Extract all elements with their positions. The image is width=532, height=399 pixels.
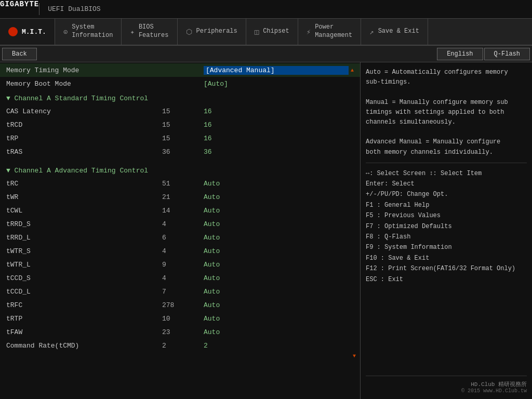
setting-twtr-l[interactable]: tWTR_L 9 Auto (0, 258, 360, 271)
footer-sub: © 2015 www.HD.Club.tw (366, 388, 527, 394)
tab-power-label: Power Management (315, 23, 352, 39)
setting-trp[interactable]: tRP 15 16 (0, 131, 360, 145)
setting-cas-latency[interactable]: CAS Latency 15 16 (0, 104, 360, 118)
power-icon: ⚡ (307, 28, 311, 36)
setting-trrd-s[interactable]: tRRD_S 4 Auto (0, 217, 360, 231)
tab-system-information[interactable]: ⊙ System Information (55, 19, 122, 45)
setting-default-trcd: 15 (162, 121, 204, 129)
setting-trrd-l[interactable]: tRRD_L 6 Auto (0, 231, 360, 244)
setting-name-trcd: tRCD (6, 121, 162, 129)
scroll-up-arrow: ▲ (351, 68, 354, 73)
setting-trc[interactable]: tRC 51 Auto (0, 177, 360, 190)
setting-value-tras: 36 (204, 148, 354, 156)
help-description: Auto = Automatically configures memory s… (366, 68, 527, 163)
back-button[interactable]: Back (2, 48, 37, 60)
setting-default-tras: 36 (162, 148, 204, 156)
setting-name-memory-boot: Memory Boot Mode (6, 80, 162, 88)
setting-value-memory-timing: [Advanced Manual] (204, 66, 349, 75)
setting-value-cas: 16 (204, 108, 354, 115)
setting-value-trcd: 16 (204, 121, 354, 129)
setting-tras[interactable]: tRAS 36 36 (0, 145, 360, 158)
tab-sysinfo-label: System Information (72, 23, 113, 39)
scroll-down-arrow: ▼ (353, 353, 356, 359)
help-panel: Auto = Automatically configures memory s… (361, 62, 532, 399)
keyguide-text: ↔: Select Screen ↕: Select Item Enter: S… (366, 170, 515, 283)
setting-memory-boot-mode[interactable]: Memory Boot Mode [Auto] (0, 77, 360, 90)
setting-tccd-s[interactable]: tCCD_S 4 Auto (0, 271, 360, 285)
setting-name-cas: CAS Latency (6, 108, 162, 115)
tab-peripherals[interactable]: ⬡ Peripherals (178, 19, 246, 45)
tab-mit[interactable]: M.I.T. (0, 19, 55, 45)
mit-indicator (8, 27, 18, 36)
setting-memory-timing-mode[interactable]: Memory Timing Mode [Advanced Manual] ▲ (0, 63, 360, 77)
setting-trcd[interactable]: tRCD 15 16 (0, 118, 360, 131)
qflash-button[interactable]: Q-Flash (484, 48, 530, 60)
setting-value-trp: 16 (204, 135, 354, 142)
chipset-icon: ◫ (255, 28, 259, 36)
setting-command-rate[interactable]: Command Rate(tCMD) 2 2 (0, 339, 360, 352)
setting-trfc[interactable]: tRFC 278 Auto (0, 298, 360, 312)
key-guide: ↔: Select Screen ↕: Select Item Enter: S… (366, 168, 527, 376)
tab-power-management[interactable]: ⚡ Power Management (298, 19, 361, 45)
tab-bios-features[interactable]: ✦ BIOS Features (122, 19, 177, 45)
sysinfo-icon: ⊙ (63, 28, 68, 36)
setting-tcwl[interactable]: tCWL 14 Auto (0, 204, 360, 217)
setting-trtp[interactable]: tRTP 10 Auto (0, 312, 360, 325)
settings-panel: Memory Timing Mode [Advanced Manual] ▲ M… (0, 62, 361, 399)
setting-default-trp: 15 (162, 135, 204, 142)
tab-mit-label: M.I.T. (22, 28, 46, 36)
setting-tccd-l[interactable]: tCCD_L 7 Auto (0, 285, 360, 298)
help-text-content: Auto = Automatically configures memory s… (366, 69, 508, 156)
setting-twr[interactable]: tWR 21 Auto (0, 190, 360, 204)
tab-chipset[interactable]: ◫ Chipset (246, 19, 298, 45)
setting-tfaw[interactable]: tFAW 23 Auto (0, 325, 360, 339)
setting-name-memory-timing: Memory Timing Mode (6, 66, 162, 74)
brand-logo: GIGABYTE (0, 0, 39, 18)
tab-chipset-label: Chipset (263, 28, 289, 36)
setting-default-cas: 15 (162, 108, 204, 115)
bios-icon: ✦ (130, 28, 134, 36)
setting-value-memory-boot: [Auto] (204, 80, 354, 88)
section-channel-a-advanced: ▼ Channel A Advanced Timing Control (0, 163, 360, 177)
tab-bios-label: BIOS Features (139, 23, 169, 39)
tab-save-exit[interactable]: ↗ Save & Exit (361, 19, 428, 45)
uefi-title: UEFI DualBIOS (39, 0, 109, 18)
section-channel-a-standard: ▼ Channel A Standard Timing Control (0, 90, 360, 104)
save-icon: ↗ (369, 28, 374, 36)
footer-brand: HD.Club 精研視務所 (366, 380, 527, 388)
tab-peripherals-label: Peripherals (196, 28, 237, 36)
setting-name-trp: tRP (6, 135, 162, 142)
tab-save-label: Save & Exit (378, 28, 419, 36)
setting-name-tras: tRAS (6, 148, 162, 156)
peripherals-icon: ⬡ (186, 28, 192, 36)
setting-twtr-s[interactable]: tWTR_S 4 Auto (0, 244, 360, 258)
language-button[interactable]: English (437, 48, 483, 60)
